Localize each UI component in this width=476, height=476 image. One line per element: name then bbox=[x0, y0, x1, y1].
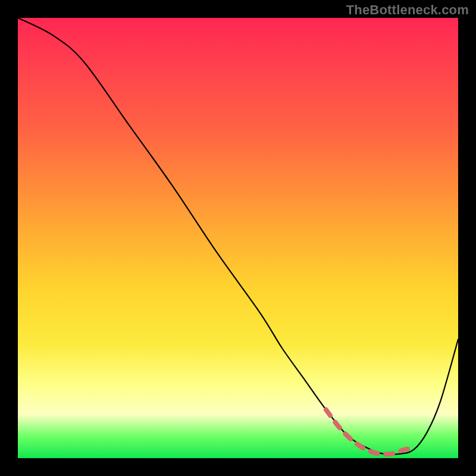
curve-layer bbox=[18, 18, 458, 458]
watermark-label: TheBottleneck.com bbox=[346, 2, 469, 18]
plot-area bbox=[18, 18, 458, 458]
main-curve bbox=[18, 18, 458, 455]
chart-container: TheBottleneck.com bbox=[0, 0, 476, 476]
trough-highlight bbox=[326, 410, 414, 455]
